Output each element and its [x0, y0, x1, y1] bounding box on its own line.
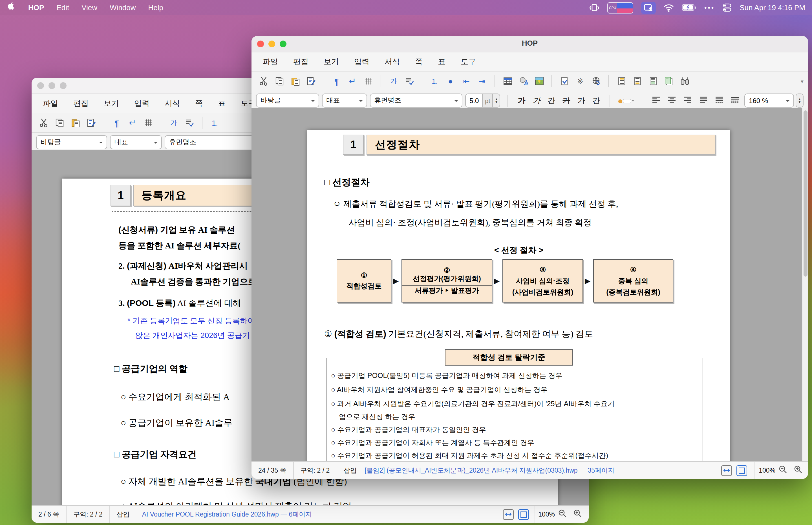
rep-dropdown[interactable]: 대표: [322, 93, 367, 108]
align-justify-icon[interactable]: [699, 96, 708, 105]
numbering-icon[interactable]: 1.: [428, 74, 441, 88]
fit-page-icon[interactable]: [518, 509, 528, 520]
align-distribute-icon[interactable]: [715, 96, 724, 105]
grid-icon[interactable]: [362, 74, 375, 88]
align-right-icon[interactable]: [683, 96, 692, 105]
menu-page[interactable]: 쪽: [195, 98, 203, 108]
menubar-item-edit[interactable]: Edit: [56, 3, 69, 12]
bold-button[interactable]: 가: [518, 95, 525, 106]
toolbar-overflow-icon[interactable]: ▾: [801, 78, 803, 84]
front-titlebar[interactable]: HOP: [251, 36, 808, 52]
cut-icon[interactable]: [257, 74, 271, 88]
menu-table[interactable]: 표: [218, 98, 226, 108]
battery-icon[interactable]: [682, 4, 696, 11]
font-color-button[interactable]: 가: [578, 95, 585, 106]
insert-mode-indicator[interactable]: 삽입: [110, 506, 136, 523]
menu-tools[interactable]: 도구: [461, 57, 476, 67]
align-divide-icon[interactable]: [731, 96, 739, 105]
spellcheck-icon[interactable]: [403, 74, 416, 88]
highlight-color-button[interactable]: [618, 96, 634, 105]
bullet-icon[interactable]: ●: [444, 74, 457, 88]
font-size-stepper[interactable]: ▲▼: [493, 93, 501, 108]
menu-format[interactable]: 서식: [165, 98, 180, 108]
grid-icon[interactable]: [142, 116, 155, 130]
page-check-icon[interactable]: [558, 74, 571, 88]
fit-page-icon[interactable]: [736, 465, 747, 476]
menubar-item-help[interactable]: Help: [148, 3, 163, 12]
font-dropdown[interactable]: 휴먼명조: [369, 93, 463, 108]
hyperlink-icon[interactable]: [590, 74, 603, 88]
zoom-dropdown[interactable]: 160 %: [744, 93, 794, 108]
zoom-out-icon[interactable]: [779, 465, 787, 476]
menu-format[interactable]: 서식: [385, 57, 400, 67]
rep-dropdown[interactable]: 대표: [110, 135, 162, 149]
style-dropdown[interactable]: 바탕글: [256, 93, 319, 108]
cpu-monitor-widget[interactable]: CPU: [607, 2, 633, 13]
line-break-icon[interactable]: ↵: [126, 116, 139, 130]
close-button[interactable]: [37, 82, 44, 89]
menubar-clock[interactable]: Sun Apr 19 4:16 PM: [740, 3, 805, 12]
find-icon[interactable]: [678, 74, 691, 88]
zoom-stepper[interactable]: ▲▼: [796, 93, 803, 108]
menu-input[interactable]: 입력: [134, 98, 149, 108]
menu-edit[interactable]: 편집: [293, 57, 308, 67]
strikethrough-button[interactable]: 가: [563, 95, 570, 106]
footnote-icon[interactable]: [647, 74, 659, 88]
control-center-icon[interactable]: [723, 3, 731, 12]
char-spacing-icon[interactable]: 가: [167, 116, 180, 130]
zoom-out-icon[interactable]: [558, 509, 567, 519]
cut-icon[interactable]: [38, 116, 50, 130]
footer-icon[interactable]: [631, 74, 644, 88]
shapes-icon[interactable]: [517, 74, 530, 88]
format-painter-icon[interactable]: [305, 74, 318, 88]
window-manager-icon[interactable]: [589, 3, 599, 12]
special-char-icon[interactable]: ※: [574, 74, 587, 88]
underline-button[interactable]: 간: [548, 95, 555, 106]
zoom-level[interactable]: 100%: [538, 511, 555, 518]
menu-table[interactable]: 표: [438, 57, 446, 67]
indent-icon[interactable]: ⇥: [476, 74, 489, 88]
fit-width-icon[interactable]: [503, 509, 513, 520]
fit-width-icon[interactable]: [721, 465, 731, 476]
screen-sharing-icon[interactable]: [641, 1, 656, 14]
zoom-button[interactable]: [60, 82, 67, 89]
menu-file[interactable]: 파일: [43, 98, 58, 108]
insert-mode-indicator[interactable]: 삽입: [337, 462, 359, 479]
paste-icon[interactable]: [69, 116, 82, 130]
line-break-icon[interactable]: ↵: [346, 74, 359, 88]
align-center-icon[interactable]: [668, 96, 676, 105]
style-dropdown[interactable]: 바탕글: [36, 135, 107, 149]
front-document-page[interactable]: 1 선정절차 □ 선정절차 ㅇ 제출서류 적합성검토 및 서류· 발표 평가(평…: [307, 130, 730, 462]
menu-view[interactable]: 보기: [324, 57, 339, 67]
menu-edit[interactable]: 편집: [73, 98, 88, 108]
zoom-in-icon[interactable]: [794, 465, 802, 476]
menu-file[interactable]: 파일: [263, 57, 278, 67]
paragraph-mark-icon[interactable]: ¶: [110, 116, 123, 130]
header-icon[interactable]: [615, 74, 628, 88]
menu-input[interactable]: 입력: [354, 57, 369, 67]
menu-view[interactable]: 보기: [104, 98, 119, 108]
paste-icon[interactable]: [289, 74, 302, 88]
menubar-item-view[interactable]: View: [82, 3, 97, 12]
more-status-icon[interactable]: •••: [704, 4, 715, 12]
char-spacing-icon[interactable]: 가: [387, 74, 400, 88]
zoom-level[interactable]: 100%: [759, 467, 775, 474]
menubar-app-name[interactable]: HOP: [28, 3, 44, 12]
hop-window-front[interactable]: HOP 파일 편집 보기 입력 서식 쪽 표 도구 ¶ ↵ 가 1. ●: [251, 36, 808, 479]
image-icon[interactable]: [533, 74, 546, 88]
font-size-field[interactable]: 5.0: [465, 93, 483, 108]
paragraph-mark-icon[interactable]: ¶: [330, 74, 343, 88]
table-icon[interactable]: [501, 74, 514, 88]
align-left-icon[interactable]: [652, 96, 660, 105]
menubar-item-window[interactable]: Window: [110, 3, 136, 12]
char-space-button[interactable]: 간: [593, 95, 600, 106]
minimize-button[interactable]: [48, 82, 55, 89]
format-painter-icon[interactable]: [85, 116, 98, 130]
outdent-icon[interactable]: ⇤: [460, 74, 473, 88]
italic-button[interactable]: 가: [533, 95, 540, 106]
endnote-icon[interactable]: [662, 74, 675, 88]
apple-menu-icon[interactable]: [8, 2, 16, 13]
spellcheck-icon[interactable]: [183, 116, 196, 130]
zoom-in-icon[interactable]: [574, 509, 582, 519]
scrollbar-thumb[interactable]: [803, 110, 807, 276]
